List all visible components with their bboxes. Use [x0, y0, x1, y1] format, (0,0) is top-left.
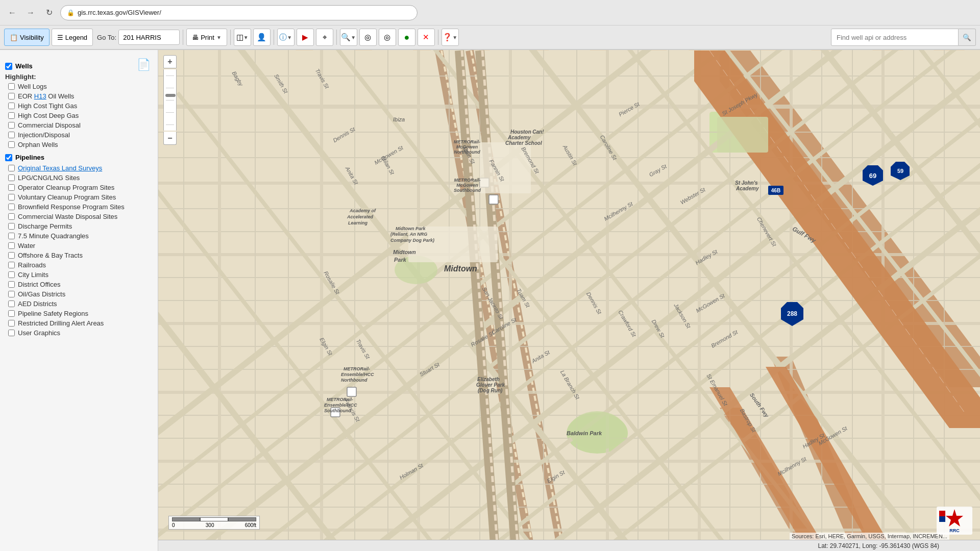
separator-4 [336, 30, 337, 45]
lpg-cng-lng-checkbox[interactable] [8, 174, 15, 181]
search-submit-button[interactable]: 🔍 [959, 29, 976, 46]
city-limits-label[interactable]: City Limits [18, 271, 48, 279]
eor-h13-label[interactable]: EOR H13 Oil Wells [18, 92, 74, 100]
commercial-waste-label[interactable]: Commercial Waste Disposal Sites [18, 213, 117, 220]
streetview-button[interactable]: 👤 [253, 29, 271, 46]
wells-label[interactable]: Wells [15, 62, 33, 70]
list-item: Voluntary Cleanup Program Sites [6, 192, 156, 202]
list-item: Discharge Permits [6, 221, 156, 231]
pipelines-label[interactable]: Pipelines [15, 154, 44, 161]
location-button[interactable]: ◎ [379, 29, 396, 46]
refresh-button[interactable]: ↻ [42, 6, 56, 20]
voluntary-cleanup-checkbox[interactable] [8, 194, 15, 201]
wells-checkbox[interactable] [5, 63, 12, 70]
pipelines-checkbox[interactable] [5, 154, 12, 161]
orphan-wells-label[interactable]: Orphan Wells [18, 141, 58, 148]
crosshair-button[interactable]: ⌖ [316, 29, 333, 46]
brownfield-label[interactable]: Brownfield Response Program Sites [18, 203, 125, 211]
voluntary-cleanup-label[interactable]: Voluntary Cleanup Program Sites [18, 193, 116, 201]
railroads-checkbox[interactable] [8, 262, 15, 268]
comm-disposal-checkbox[interactable] [8, 122, 15, 129]
zoom-in-button[interactable]: + [163, 55, 177, 68]
discharge-permits-checkbox[interactable] [8, 223, 15, 230]
injection-disposal-checkbox[interactable] [8, 132, 15, 138]
district-offices-label[interactable]: District Offices [18, 281, 61, 288]
railroads-label[interactable]: Railroads [18, 261, 46, 269]
user-graphics-label[interactable]: User Graphics [18, 329, 60, 337]
fullscreen-button[interactable]: ◎ [359, 29, 377, 46]
list-item: Well Logs [6, 82, 156, 91]
remove-layer-button[interactable]: ✕ [418, 29, 435, 46]
identify-icon: ▶ [302, 33, 308, 42]
comm-disposal-label[interactable]: Commercial Disposal [18, 121, 81, 129]
high-tight-checkbox[interactable] [8, 103, 15, 109]
list-item: Pipeline Safety Regions [6, 309, 156, 318]
oil-gas-districts-checkbox[interactable] [8, 291, 15, 297]
list-item: City Limits [6, 270, 156, 280]
crosshair-icon: ⌖ [323, 33, 327, 42]
restricted-drilling-label[interactable]: Restricted Drilling Alert Areas [18, 319, 104, 327]
eor-h13-checkbox[interactable] [8, 93, 15, 99]
oil-gas-districts-label[interactable]: Oil/Gas Districts [18, 290, 65, 298]
visibility-button[interactable]: 📋 Visibility [4, 29, 50, 46]
restricted-drilling-checkbox[interactable] [8, 320, 15, 327]
list-item: Railroads [6, 260, 156, 270]
well-logs-label[interactable]: Well Logs [18, 83, 47, 90]
orphan-wells-checkbox[interactable] [8, 141, 15, 148]
print-button[interactable]: 🖶 Print ▼ [186, 29, 227, 46]
svg-rect-131 [408, 227, 498, 262]
quadrangles-checkbox[interactable] [8, 233, 15, 239]
user-graphics-checkbox[interactable] [8, 330, 15, 336]
lpg-cng-lng-label[interactable]: LPG/CNG/LNG Sites [18, 174, 80, 182]
aed-districts-checkbox[interactable] [8, 300, 15, 307]
map-area[interactable]: 69 288 59 46B Pierce St St Joseph Pkwy T… [158, 50, 980, 551]
original-texas-link[interactable]: Original Texas Land Surveys [18, 164, 102, 172]
scale-bar: 0 300 600ft [168, 516, 260, 530]
pipeline-safety-checkbox[interactable] [8, 310, 15, 317]
water-label[interactable]: Water [18, 242, 35, 249]
legend-button[interactable]: ☰ Legend [52, 29, 93, 46]
water-checkbox[interactable] [8, 242, 15, 249]
identify-button[interactable]: ▶ [297, 29, 314, 46]
pdf-export-icon[interactable]: 📄 [137, 58, 151, 71]
high-tight-label[interactable]: High Cost Tight Gas [18, 102, 77, 110]
pipelines-layer[interactable]: Pipelines [2, 153, 156, 162]
district-offices-checkbox[interactable] [8, 281, 15, 288]
high-deep-label[interactable]: High Cost Deep Gas [18, 112, 79, 119]
original-texas-label[interactable]: Original Texas Land Surveys [18, 164, 102, 172]
list-item: User Graphics [6, 328, 156, 338]
well-logs-checkbox[interactable] [8, 83, 15, 90]
offshore-bay-checkbox[interactable] [8, 252, 15, 259]
eor-h13-link[interactable]: H13 [34, 92, 46, 100]
operator-cleanup-checkbox[interactable] [8, 184, 15, 191]
goto-input[interactable] [118, 30, 180, 45]
discharge-permits-label[interactable]: Discharge Permits [18, 222, 72, 230]
zoom-out-button[interactable]: − [163, 132, 177, 145]
list-item: High Cost Deep Gas [6, 111, 156, 120]
pipeline-safety-label[interactable]: Pipeline Safety Regions [18, 310, 88, 317]
add-layer-button[interactable]: ● [398, 29, 415, 46]
high-deep-checkbox[interactable] [8, 112, 15, 119]
back-button[interactable]: ← [5, 6, 19, 20]
zoom-widget-button[interactable]: 🔍 ▼ [340, 29, 357, 46]
wells-layer[interactable]: Wells [2, 61, 156, 71]
help-button[interactable]: ❓ ▼ [442, 29, 459, 46]
zoom-thumb[interactable] [165, 94, 176, 97]
injection-disposal-label[interactable]: Injection/Disposal [18, 131, 70, 139]
city-limits-checkbox[interactable] [8, 271, 15, 278]
address-bar[interactable]: 🔒 gis.rrc.texas.gov/GISViewer/ [60, 5, 418, 20]
list-item: AED Districts [6, 299, 156, 309]
quadrangles-label[interactable]: 7.5 Minute Quadrangles [18, 232, 89, 240]
aed-districts-label[interactable]: AED Districts [18, 300, 57, 308]
offshore-bay-label[interactable]: Offshore & Bay Tracts [18, 252, 83, 259]
layers-button[interactable]: ◫ ▼ [234, 29, 251, 46]
info-button[interactable]: ⓘ ▼ [277, 29, 295, 46]
original-texas-checkbox[interactable] [8, 165, 15, 171]
brownfield-checkbox[interactable] [8, 204, 15, 210]
operator-cleanup-label[interactable]: Operator Cleanup Program Sites [18, 184, 114, 191]
svg-rect-126 [347, 387, 356, 396]
commercial-waste-checkbox[interactable] [8, 213, 15, 220]
search-input[interactable] [831, 29, 959, 46]
list-item: Operator Cleanup Program Sites [6, 183, 156, 192]
forward-button[interactable]: → [23, 6, 38, 20]
